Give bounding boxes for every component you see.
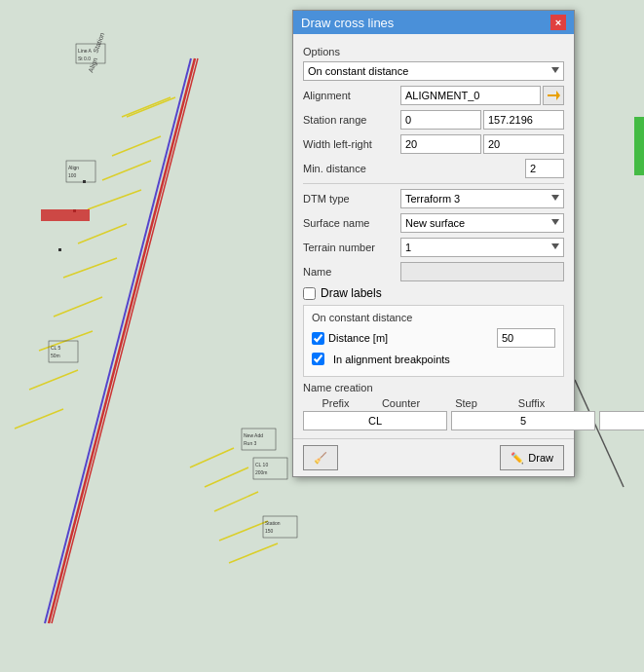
distance-row: Distance [m] [312, 328, 555, 348]
alignment-label: Alignment [303, 90, 400, 101]
width-left-input[interactable] [400, 134, 481, 154]
svg-rect-23 [58, 248, 61, 251]
terrain-number-row: Terrain number 1 [303, 238, 564, 257]
width-row: Width left-right [303, 134, 564, 154]
nc-step-input[interactable] [599, 411, 644, 430]
svg-text:Line A: Line A [78, 48, 93, 54]
divider-1 [303, 183, 564, 184]
svg-line-12 [205, 467, 248, 487]
breakpoints-row: In alignment breakpoints [312, 353, 555, 365]
draw-label: Draw [528, 452, 553, 464]
breakpoints-checkbox[interactable] [312, 353, 324, 365]
svg-rect-33 [41, 209, 90, 221]
svg-line-11 [190, 448, 234, 467]
surface-name-select[interactable]: New surface [400, 213, 564, 233]
alignment-row: Alignment [303, 86, 564, 105]
min-distance-label: Min. distance [303, 163, 400, 174]
options-select[interactable]: On constant distance On breakpoints [303, 61, 564, 81]
station-start-input[interactable] [400, 110, 481, 130]
draw-cross-lines-dialog: Draw cross lines × Options On constant d… [292, 10, 575, 477]
alignment-input[interactable] [400, 86, 541, 105]
svg-line-13 [214, 492, 258, 511]
svg-marker-45 [556, 91, 560, 100]
nc-counter-header: Counter [368, 397, 434, 409]
svg-text:St 0.0: St 0.0 [78, 56, 91, 61]
station-end-input[interactable] [483, 110, 564, 130]
constant-distance-subsection: On constant distance Distance [m] In ali… [303, 305, 564, 377]
min-distance-row: Min. distance [303, 159, 564, 178]
svg-line-14 [219, 521, 268, 541]
svg-text:150: 150 [265, 528, 274, 534]
svg-line-2 [112, 136, 161, 156]
width-right-input[interactable] [483, 134, 564, 154]
draw-button[interactable]: ✏️ Draw [500, 445, 564, 470]
options-label: Options [303, 46, 564, 57]
svg-text:Station: Station [265, 520, 281, 526]
svg-line-0 [127, 97, 175, 117]
svg-text:Station: Station [92, 31, 105, 54]
svg-text:200m: 200m [255, 469, 268, 475]
dialog-titlebar: Draw cross lines × [293, 11, 574, 34]
svg-line-7 [54, 297, 102, 317]
name-input[interactable] [400, 262, 564, 281]
svg-line-10 [15, 409, 63, 429]
breakpoints-label[interactable]: In alignment breakpoints [333, 354, 450, 365]
nc-prefix-header: Prefix [303, 397, 368, 409]
dtm-type-label: DTM type [303, 193, 400, 205]
draw-pencil-icon: ✏️ [511, 452, 524, 465]
green-strip [634, 117, 644, 175]
alignment-picker-button[interactable] [543, 86, 564, 105]
svg-text:New Add: New Add [244, 432, 263, 438]
svg-line-1 [122, 97, 170, 117]
draw-labels-row: Draw labels [303, 286, 564, 300]
dialog-footer: 🧹 ✏️ Draw [293, 438, 574, 476]
options-row: On constant distance On breakpoints [303, 61, 564, 81]
svg-rect-21 [83, 180, 86, 183]
nc-inputs [303, 411, 564, 430]
surface-name-row: Surface name New surface [303, 213, 564, 233]
svg-line-5 [78, 224, 127, 243]
svg-line-9 [29, 370, 78, 390]
close-button[interactable]: × [550, 15, 566, 30]
svg-text:CL 5: CL 5 [51, 345, 61, 351]
terrain-number-select[interactable]: 1 [400, 238, 564, 257]
svg-line-34 [575, 380, 624, 487]
name-label: Name [303, 266, 400, 278]
distance-input[interactable] [497, 328, 555, 348]
svg-line-4 [88, 190, 141, 209]
subsection-title: On constant distance [312, 312, 555, 323]
nc-suffix-header: Suffix [499, 397, 564, 409]
draw-labels-label[interactable]: Draw labels [321, 286, 382, 300]
nc-counter-input[interactable] [451, 411, 595, 430]
surface-name-label: Surface name [303, 217, 400, 229]
svg-text:100: 100 [68, 172, 77, 178]
svg-line-15 [229, 543, 278, 563]
svg-text:Run 3: Run 3 [244, 440, 257, 446]
distance-label[interactable]: Distance [m] [328, 332, 388, 344]
nc-prefix-input[interactable] [303, 411, 447, 430]
svg-line-3 [102, 161, 151, 180]
station-range-label: Station range [303, 114, 400, 126]
nc-headers: Prefix Counter Step Suffix [303, 397, 564, 409]
svg-text:CL 10: CL 10 [255, 462, 268, 467]
svg-text:Align: Align [68, 165, 79, 170]
draw-labels-checkbox[interactable] [303, 287, 316, 300]
name-creation-label: Name creation [303, 382, 564, 393]
name-creation-section: Name creation Prefix Counter Step Suffix [303, 382, 564, 430]
dialog-title: Draw cross lines [301, 16, 394, 30]
dialog-body: Options On constant distance On breakpoi… [293, 34, 574, 438]
clear-button[interactable]: 🧹 [303, 445, 338, 470]
nc-step-header: Step [434, 397, 499, 409]
distance-checkbox[interactable] [312, 332, 324, 345]
pick-icon [547, 89, 560, 102]
terrain-number-label: Terrain number [303, 242, 400, 253]
svg-text:50m: 50m [51, 353, 60, 358]
clear-icon: 🧹 [314, 452, 327, 465]
min-distance-input[interactable] [525, 159, 564, 178]
name-row: Name [303, 262, 564, 281]
station-range-row: Station range [303, 110, 564, 130]
dtm-type-select[interactable]: Terraform 3 [400, 189, 564, 208]
dtm-type-row: DTM type Terraform 3 [303, 189, 564, 208]
width-label: Width left-right [303, 138, 400, 150]
svg-line-6 [63, 258, 117, 278]
